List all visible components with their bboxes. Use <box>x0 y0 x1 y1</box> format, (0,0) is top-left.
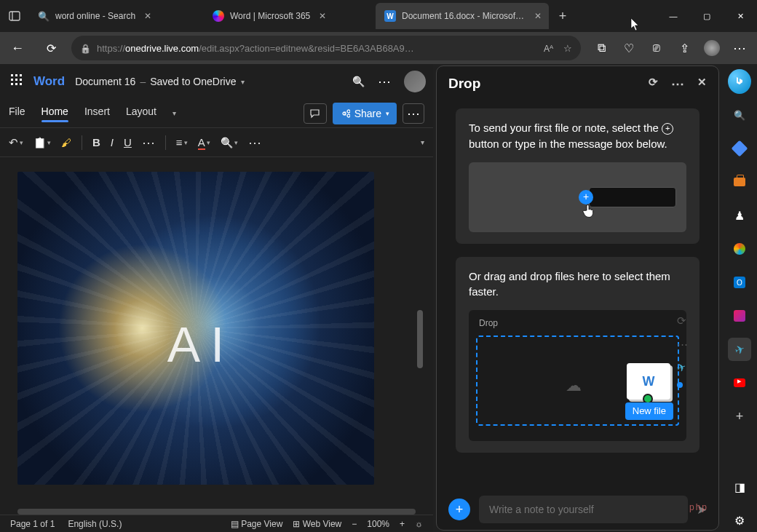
drop-demo-plus: + <box>469 162 686 232</box>
image-overlay-text: AI <box>167 316 234 373</box>
ribbon-home: ▾ ▾ B I U ▾ ▾ ▾ ▾ <box>0 128 433 157</box>
font-more-button[interactable] <box>142 135 155 151</box>
bing-chat-button[interactable] <box>728 70 751 93</box>
inserted-image[interactable]: AI <box>17 172 374 485</box>
app-launcher-icon[interactable] <box>10 74 23 90</box>
demo-side-icons: ⟳⋯ <box>677 313 688 388</box>
tab-insert[interactable]: Insert <box>84 106 110 122</box>
sidebar-tools-button[interactable] <box>728 170 751 194</box>
word-app: Word Document 16 – Saved to OneDrive ▾ F… <box>0 64 433 532</box>
refresh-button[interactable] <box>38 35 64 61</box>
tab-title: Document 16.docx - Microsoft W <box>402 11 526 21</box>
zoom-level[interactable]: 100% <box>367 519 389 529</box>
user-avatar[interactable] <box>404 71 426 92</box>
page-view-button[interactable]: Page View <box>231 519 283 529</box>
zoom-in-button[interactable]: + <box>400 519 405 529</box>
more-icon[interactable] <box>378 74 391 90</box>
sidebar-shopping-button[interactable] <box>728 137 751 160</box>
search-icon[interactable] <box>352 75 365 88</box>
close-button[interactable] <box>724 0 757 32</box>
health-button[interactable] <box>616 35 642 61</box>
svg-rect-9 <box>15 83 17 85</box>
maximize-button[interactable] <box>690 0 724 32</box>
page-indicator[interactable]: Page 1 of 1 <box>10 519 55 529</box>
brightness-icon[interactable] <box>415 519 423 529</box>
undo-button[interactable]: ▾ <box>9 136 23 149</box>
search-icon <box>38 10 49 22</box>
format-painter-button[interactable] <box>61 136 71 148</box>
close-icon[interactable]: ✕ <box>534 11 542 21</box>
share-button[interactable]: Share ▾ <box>333 103 397 124</box>
tab-actions-button[interactable] <box>0 9 29 23</box>
browser-tab-1[interactable]: word online - Search ✕ <box>29 3 204 29</box>
ribbon-tabs: File Home Insert Layout ▾ Share ▾ <box>0 99 433 128</box>
address-bar[interactable]: https://onedrive.live.com/edit.aspx?acti… <box>71 36 581 60</box>
document-title[interactable]: Document 16 – Saved to OneDrive ▾ <box>75 76 244 87</box>
close-icon[interactable]: ✕ <box>319 11 326 21</box>
sidebar-outlook-button[interactable]: O <box>728 271 751 294</box>
sidebar-youtube-button[interactable] <box>728 371 751 394</box>
web-view-button[interactable]: Web View <box>293 519 341 529</box>
vertical-scrollbar[interactable] <box>417 310 423 368</box>
italic-button[interactable]: I <box>111 136 114 148</box>
compose-input[interactable] <box>479 496 688 523</box>
sidebar-games-button[interactable] <box>728 204 751 227</box>
browser-tab-2[interactable]: Word | Microsoft 365 ✕ <box>204 3 376 29</box>
collapse-ribbon-icon[interactable]: ▾ <box>421 138 424 146</box>
sidebar-clipchamp-button[interactable] <box>728 304 751 327</box>
drop-hint-text-2: Or drag and drop files here to select th… <box>469 269 686 301</box>
window-controls <box>657 0 757 32</box>
document-canvas[interactable]: AI <box>0 157 433 506</box>
language-indicator[interactable]: English (U.S.) <box>68 519 122 529</box>
comments-button[interactable] <box>304 103 327 124</box>
sidebar-split-button[interactable] <box>728 475 751 499</box>
new-file-label: New file <box>625 402 673 421</box>
horizontal-scrollbar[interactable] <box>17 509 416 515</box>
browser-tab-3[interactable]: Document 16.docx - Microsoft W ✕ <box>376 3 549 29</box>
sidebar-settings-button[interactable] <box>728 509 751 532</box>
tab-title: word online - Search <box>55 11 135 21</box>
browser-titlebar: word online - Search ✕ Word | Microsoft … <box>0 0 757 32</box>
sidebar-m365-button[interactable] <box>728 237 751 261</box>
find-button[interactable]: ▾ <box>221 136 238 148</box>
read-aloud-icon[interactable] <box>544 43 553 54</box>
share-button[interactable] <box>671 35 697 61</box>
drop-zone: ☁ New file <box>476 336 679 426</box>
hand-cursor-icon <box>582 203 596 224</box>
sync-icon[interactable] <box>649 76 658 92</box>
collections-button[interactable] <box>588 35 614 61</box>
underline-button[interactable]: U <box>124 136 132 148</box>
ribbon-overflow-button[interactable] <box>248 135 261 151</box>
font-color-button[interactable]: ▾ <box>198 136 210 148</box>
bold-button[interactable]: B <box>92 136 100 148</box>
zoom-out-button[interactable]: − <box>352 519 357 529</box>
sidebar-add-button[interactable] <box>728 405 751 428</box>
back-button[interactable] <box>4 35 31 61</box>
chevron-down-icon[interactable]: ▾ <box>173 109 176 117</box>
paste-button[interactable]: ▾ <box>33 136 51 148</box>
new-tab-button[interactable] <box>549 3 575 29</box>
sidebar-drop-button[interactable] <box>728 338 751 361</box>
close-panel-icon[interactable] <box>697 76 707 92</box>
align-button[interactable]: ▾ <box>176 136 188 148</box>
drop-hint-card-1: To send your first file or note, select … <box>456 108 699 244</box>
ribbon-more-button[interactable] <box>403 103 424 124</box>
more-button[interactable] <box>726 35 753 61</box>
close-icon[interactable]: ✕ <box>144 11 151 21</box>
word-icon <box>384 10 396 22</box>
screenshot-button[interactable] <box>643 35 670 61</box>
word-logo[interactable]: Word <box>33 74 65 89</box>
tab-file[interactable]: File <box>9 106 25 122</box>
sidebar-search-button[interactable] <box>728 103 751 127</box>
profile-button[interactable] <box>699 35 725 61</box>
tab-home[interactable]: Home <box>41 106 68 122</box>
edge-sidebar: O <box>722 64 757 532</box>
demo-plus-icon: + <box>579 190 593 205</box>
plus-icon <box>559 9 567 24</box>
compose-add-button[interactable]: + <box>448 499 470 520</box>
browser-tabs: word online - Search ✕ Word | Microsoft … <box>29 0 657 32</box>
tab-layout[interactable]: Layout <box>126 106 156 122</box>
drop-more-icon[interactable] <box>671 76 684 92</box>
favorite-icon[interactable] <box>563 43 572 54</box>
minimize-button[interactable] <box>657 0 690 32</box>
